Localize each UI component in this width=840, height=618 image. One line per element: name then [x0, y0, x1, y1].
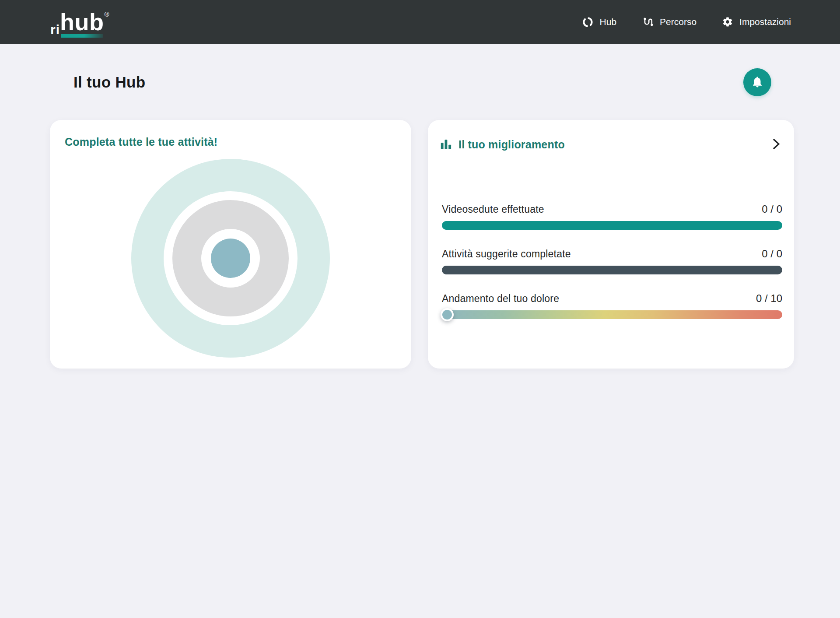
improvement-metrics: Videosedute effettuate 0 / 0 Attività su… — [442, 203, 782, 337]
metric-label: Attività suggerite completate — [442, 248, 571, 260]
page-title: Il tuo Hub — [74, 74, 145, 91]
pain-slider[interactable] — [442, 310, 782, 319]
nav-label-hub: Hub — [600, 17, 617, 27]
pain-slider-track[interactable] — [442, 310, 782, 319]
logo-underline — [61, 34, 103, 38]
logo-name-text: hub — [60, 9, 104, 35]
main-nav: Hub Percorso Impostazioni — [582, 16, 791, 28]
metric-label: Andamento del tuo dolore — [442, 293, 559, 305]
metric-value: 0 / 0 — [762, 248, 782, 260]
dashboard-cards: Completa tutte le tue attività! Il tuo m… — [50, 120, 794, 369]
logo-name: hub® — [60, 10, 109, 34]
ring-core-blue — [211, 239, 250, 278]
improvement-details-button[interactable] — [769, 136, 784, 154]
metric-value: 0 / 0 — [762, 203, 782, 215]
progress-bar-attivita — [442, 266, 782, 274]
progress-bar-videosedute — [442, 221, 782, 230]
nav-item-percorso[interactable]: Percorso — [642, 16, 696, 28]
metric-videosedute: Videosedute effettuate 0 / 0 — [442, 203, 782, 230]
nav-label-impostazioni: Impostazioni — [739, 17, 791, 27]
improvement-card-title: Il tuo miglioramento — [458, 138, 565, 151]
metric-row-header: Videosedute effettuate 0 / 0 — [442, 203, 782, 215]
nav-item-impostazioni[interactable]: Impostazioni — [722, 16, 791, 28]
nav-item-hub[interactable]: Hub — [582, 16, 617, 28]
activity-progress-rings — [131, 159, 330, 358]
metric-label: Videosedute effettuate — [442, 204, 544, 215]
bell-icon — [751, 75, 764, 90]
metric-row-header: Andamento del tuo dolore 0 / 10 — [442, 292, 782, 305]
improvement-card-header: Il tuo miglioramento — [440, 136, 784, 154]
metric-row-header: Attività suggerite completate 0 / 0 — [442, 248, 782, 260]
chevron-right-icon — [770, 146, 783, 153]
hub-icon — [582, 16, 594, 28]
page-header-row: Il tuo Hub — [50, 68, 794, 96]
metric-attivita: Attività suggerite completate 0 / 0 — [442, 248, 782, 274]
pain-slider-handle[interactable] — [441, 308, 454, 321]
top-nav-bar: ri hub® Hub Percorso — [0, 0, 840, 44]
activities-card-title: Completa tutte le tue attività! — [65, 136, 217, 148]
activities-card: Completa tutte le tue attività! — [50, 120, 411, 369]
gear-icon — [722, 16, 733, 28]
notifications-button[interactable] — [743, 68, 771, 96]
metric-value: 0 / 10 — [756, 292, 782, 305]
bar-chart-icon — [440, 138, 452, 152]
registered-mark: ® — [104, 11, 109, 18]
improvement-card: Il tuo miglioramento Videosedute effettu… — [428, 120, 794, 369]
rihub-logo[interactable]: ri hub® — [50, 10, 109, 34]
metric-dolore: Andamento del tuo dolore 0 / 10 — [442, 292, 782, 319]
nav-label-percorso: Percorso — [660, 17, 696, 27]
route-icon — [642, 16, 654, 28]
logo-prefix: ri — [50, 22, 60, 37]
